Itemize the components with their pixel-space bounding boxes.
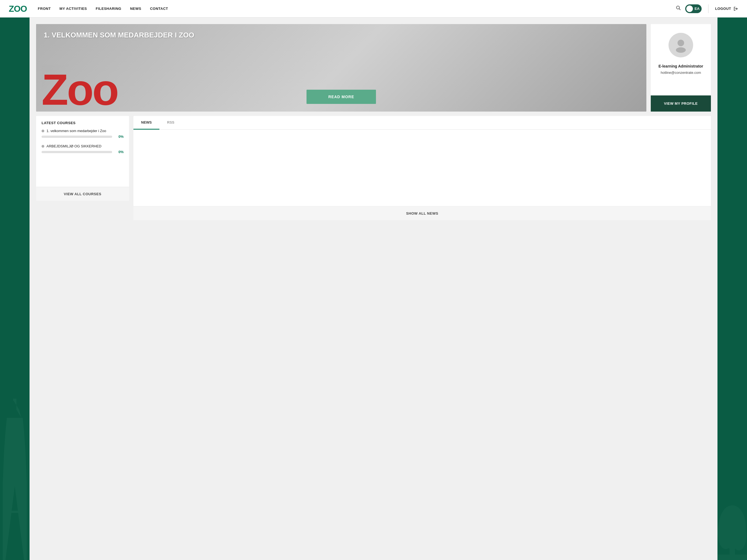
bg-left	[0, 18, 29, 560]
courses-footer: VIEW ALL COURSES	[36, 187, 129, 201]
progress-bar-bg	[42, 136, 112, 138]
main-content: 1. VELKOMMEN SOM MEDARBEJDER I ZOO Zoo R…	[29, 18, 718, 560]
news-card: NEWS RSS SHOW ALL NEWS	[133, 116, 711, 220]
logout-button[interactable]: LOGOUT	[715, 6, 738, 11]
course-progress-row: 0%	[42, 150, 124, 154]
tab-news[interactable]: NEWS	[133, 116, 159, 130]
news-tabs: NEWS RSS	[133, 116, 711, 130]
course-name: 1. velkommen som medarbejder i Zoo	[47, 129, 124, 133]
bg-right	[718, 18, 747, 560]
header: ZOO FRONT MY ACTIVITIES FILESHARING NEWS…	[0, 0, 747, 18]
header-divider	[708, 4, 709, 13]
course-dot	[42, 130, 44, 132]
svg-marker-15	[3, 486, 15, 560]
profile-name: E-learning Administrator	[659, 64, 703, 68]
news-footer: SHOW ALL NEWS	[133, 206, 711, 220]
read-more-wrap: READ MORE	[36, 90, 646, 111]
hero-profile-row: 1. VELKOMMEN SOM MEDARBEJDER I ZOO Zoo R…	[36, 24, 711, 111]
bottom-row: LATEST COURSES 1. velkommen som medarbej…	[36, 116, 711, 220]
svg-point-18	[676, 47, 686, 53]
svg-point-17	[677, 40, 684, 46]
svg-marker-6	[5, 418, 24, 432]
progress-pct: 0%	[115, 150, 124, 154]
course-dot	[42, 145, 44, 148]
user-toggle[interactable]: EA	[685, 4, 702, 13]
lighthouse-silhouette	[0, 396, 29, 560]
course-item: ARBEJDSMILJØ OG SIKKERHED 0%	[42, 144, 124, 154]
avatar-icon	[673, 37, 689, 53]
courses-header: LATEST COURSES	[36, 116, 129, 129]
svg-marker-16	[15, 486, 27, 560]
page-wrapper: 1. VELKOMMEN SOM MEDARBEJDER I ZOO Zoo R…	[0, 18, 747, 560]
read-more-button[interactable]: READ MORE	[307, 90, 376, 104]
tab-rss[interactable]: RSS	[159, 116, 182, 130]
svg-line-1	[679, 9, 680, 10]
profile-email: hotline@conzentrate.com	[661, 71, 701, 75]
progress-bar-bg	[42, 151, 112, 153]
svg-rect-3	[13, 399, 17, 401]
svg-marker-9	[3, 451, 27, 483]
logout-icon	[733, 6, 738, 11]
courses-list: 1. velkommen som medarbejder i Zoo 0%	[36, 129, 129, 159]
svg-rect-23	[718, 555, 747, 560]
view-all-courses-button[interactable]: VIEW ALL COURSES	[64, 192, 101, 196]
show-all-news-button[interactable]: SHOW ALL NEWS	[406, 211, 438, 215]
user-initials: EA	[695, 6, 699, 11]
profile-card: E-learning Administrator hotline@conzent…	[651, 24, 711, 111]
course-progress-row: 0%	[42, 134, 124, 138]
news-content	[133, 130, 711, 206]
avatar	[669, 33, 693, 57]
search-button[interactable]	[676, 5, 681, 12]
course-item: 1. velkommen som medarbejder i Zoo 0%	[42, 129, 124, 138]
course-name: ARBEJDSMILJØ OG SIKKERHED	[47, 144, 124, 148]
logout-label: LOGOUT	[715, 6, 731, 11]
nav-front[interactable]: FRONT	[38, 6, 51, 11]
svg-marker-4	[8, 401, 21, 418]
nav-filesharing[interactable]: FILESHARING	[96, 6, 121, 11]
nav-my-activities[interactable]: MY ACTIVITIES	[60, 6, 87, 11]
course-name-row: 1. velkommen som medarbejder i Zoo	[42, 129, 124, 133]
view-profile-button[interactable]: VIEW MY PROFILE	[651, 96, 711, 111]
bush-silhouette	[718, 451, 747, 560]
courses-card: LATEST COURSES 1. velkommen som medarbej…	[36, 116, 129, 201]
svg-rect-10	[3, 483, 27, 486]
course-name-row: ARBEJDSMILJØ OG SIKKERHED	[42, 144, 124, 148]
toggle-indicator	[686, 5, 693, 12]
nav-contact[interactable]: CONTACT	[150, 6, 168, 11]
hero-title: 1. VELKOMMEN SOM MEDARBEJDER I ZOO	[44, 31, 639, 40]
svg-marker-7	[4, 432, 25, 451]
header-right: EA LOGOUT	[676, 4, 738, 13]
nav-news[interactable]: NEWS	[130, 6, 141, 11]
main-nav: FRONT MY ACTIVITIES FILESHARING NEWS CON…	[38, 6, 676, 11]
hero-card: 1. VELKOMMEN SOM MEDARBEJDER I ZOO Zoo R…	[36, 24, 646, 111]
logo: ZOO	[9, 4, 27, 13]
progress-pct: 0%	[115, 134, 124, 138]
